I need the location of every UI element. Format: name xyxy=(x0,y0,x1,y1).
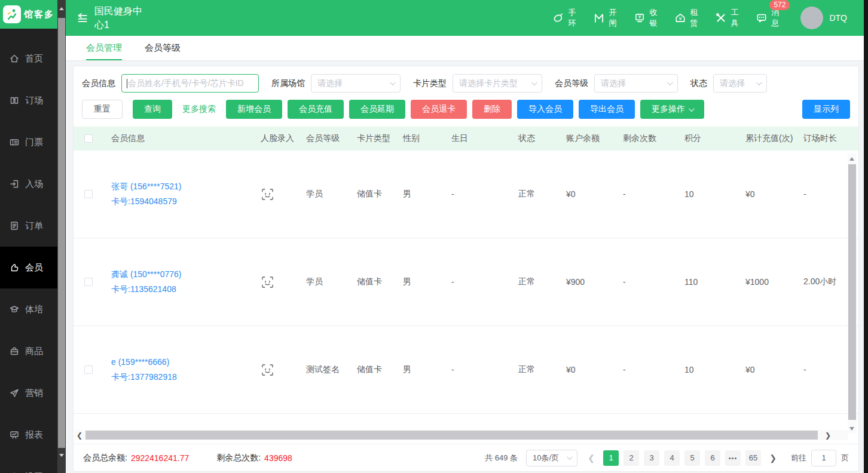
member-level-select[interactable]: 请选择 xyxy=(594,74,678,93)
scroll-up-arrow-icon[interactable] xyxy=(59,7,64,10)
member-card-link[interactable]: 卡号:1377982918 xyxy=(111,373,177,382)
member-card-link[interactable]: 卡号:1135621408 xyxy=(111,285,176,294)
cell-gender: 男 xyxy=(395,364,444,375)
sidebar-item-marketing[interactable]: 营销 xyxy=(0,372,57,414)
table-horizontal-scrollbar[interactable]: ❮ ❯ xyxy=(75,430,848,440)
nav-label: 手环 xyxy=(568,7,577,28)
card-type-select[interactable]: 请选择卡片类型 xyxy=(453,74,542,93)
cell-card-type: 储值卡 xyxy=(349,189,395,199)
total-balance-value: 2922416241.77 xyxy=(131,453,189,463)
collapse-menu-icon[interactable] xyxy=(75,12,88,24)
sidebar-item-training[interactable]: 体培 xyxy=(0,288,57,330)
sidebar-item-home[interactable]: 首页 xyxy=(0,38,57,79)
sidebar-item-member[interactable]: 会员 xyxy=(0,247,57,288)
scroll-left-arrow-icon[interactable]: ❮ xyxy=(75,430,84,440)
sidebar-item-order[interactable]: 订单 xyxy=(0,205,57,247)
goods-icon xyxy=(9,346,20,357)
sidebar-item-ticket[interactable]: 门票 xyxy=(0,121,57,163)
table-scrollbar-thumb[interactable] xyxy=(848,164,856,420)
sidebar-item-entry[interactable]: 入场 xyxy=(0,163,57,205)
horizontal-scrollbar-thumb[interactable] xyxy=(85,431,818,440)
delete-button[interactable]: 删除 xyxy=(472,100,512,119)
row-checkbox[interactable] xyxy=(84,190,93,198)
scroll-up-arrow-icon[interactable] xyxy=(849,157,854,161)
face-scan-icon[interactable] xyxy=(261,188,274,201)
member-card-link[interactable]: 卡号:1594048579 xyxy=(111,197,177,206)
select-all-checkbox[interactable] xyxy=(84,134,93,143)
sidebar-item-report[interactable]: 报表 xyxy=(0,414,57,456)
nav-gate[interactable]: 开闸 xyxy=(593,7,618,28)
goto-page-input[interactable] xyxy=(811,450,836,466)
cell-total-recharge: ¥0 xyxy=(738,189,796,199)
avatar[interactable] xyxy=(800,7,823,29)
col-remaining: 剩余次数 xyxy=(615,133,677,144)
face-scan-icon[interactable] xyxy=(261,275,274,289)
member-name-link[interactable]: 张哥 (156****7521) xyxy=(111,182,182,191)
member-info-input[interactable]: 会员姓名/手机号/卡号/芯片卡ID xyxy=(121,74,259,93)
more-operations-button[interactable]: 更多操作 xyxy=(640,100,704,119)
home-icon xyxy=(9,53,20,64)
sidebar-scrollbar-thumb[interactable] xyxy=(58,18,65,448)
scroll-down-arrow-icon[interactable] xyxy=(59,454,64,457)
status-select[interactable]: 请选择 xyxy=(713,74,767,93)
more-search-button[interactable]: 更多搜索 xyxy=(178,100,221,119)
next-page-button[interactable]: ❯ xyxy=(765,450,781,466)
tab-member-level[interactable]: 会员等级 xyxy=(145,36,181,60)
nav-messages[interactable]: 消息 572 xyxy=(756,7,780,28)
search-button[interactable]: 查询 xyxy=(133,100,172,119)
topbar-nav: 手环 开闸 ¥ 收银 ¥ 租赁 工具 消息 572 xyxy=(552,7,780,28)
user-menu[interactable]: DTQ xyxy=(800,7,847,29)
booking-icon xyxy=(9,95,20,106)
scroll-down-arrow-icon[interactable] xyxy=(849,427,854,431)
tab-member-management[interactable]: 会员管理 xyxy=(86,36,122,60)
sidebar-item-booking[interactable]: 订场 xyxy=(0,79,57,121)
nav-rental[interactable]: ¥ 租赁 xyxy=(674,7,699,28)
scroll-right-arrow-icon[interactable]: ❯ xyxy=(823,430,833,440)
nav-tools[interactable]: 工具 xyxy=(715,7,739,28)
more-pages-ellipsis[interactable]: ••• xyxy=(725,450,741,466)
nav-bracelet[interactable]: 手环 xyxy=(552,7,577,28)
venue-label: 所属场馆 xyxy=(271,78,305,89)
page-button-1[interactable]: 1 xyxy=(603,450,619,466)
bracelet-icon xyxy=(552,12,564,24)
page-button-3[interactable]: 3 xyxy=(644,450,659,466)
sidebar-item-goods[interactable]: 商品 xyxy=(0,330,57,372)
report-icon xyxy=(9,429,20,440)
page-button-5[interactable]: 5 xyxy=(684,450,700,466)
sidebar-scrollbar[interactable] xyxy=(57,0,66,473)
refund-card-button[interactable]: 会员退卡 xyxy=(411,100,467,119)
sidebar-item-label: 设置 xyxy=(25,471,43,473)
member-name-link[interactable]: 龚诚 (150****0776) xyxy=(111,270,182,279)
add-member-button[interactable]: 新增会员 xyxy=(226,100,282,119)
cell-total-recharge: ¥0 xyxy=(738,365,796,374)
reset-button[interactable]: 重置 xyxy=(82,100,123,119)
member-info-placeholder: 会员姓名/手机号/卡号/芯片卡ID xyxy=(128,78,244,89)
prev-page-button[interactable]: ❮ xyxy=(583,450,599,466)
text-cursor xyxy=(127,79,127,88)
row-checkbox[interactable] xyxy=(84,278,93,286)
show-columns-button[interactable]: 显示列 xyxy=(802,100,850,119)
cell-level: 测试签名 xyxy=(298,364,349,375)
brand-logo[interactable]: 馆客多 xyxy=(0,0,57,29)
sidebar-item-settings[interactable]: 设置 xyxy=(0,456,57,473)
col-member-info: 会员信息 xyxy=(103,133,253,144)
import-members-button[interactable]: 导入会员 xyxy=(517,100,573,119)
training-icon xyxy=(9,304,20,315)
col-gender: 性别 xyxy=(395,133,444,144)
page-button-2[interactable]: 2 xyxy=(624,450,639,466)
member-name-link[interactable]: e (159****6666) xyxy=(111,358,169,367)
venue-select[interactable]: 请选择 xyxy=(311,74,401,93)
page-size-select[interactable]: 10条/页 xyxy=(526,450,577,466)
nav-cashier[interactable]: ¥ 收银 xyxy=(634,7,658,28)
export-members-button[interactable]: 导出会员 xyxy=(579,100,635,119)
extend-button[interactable]: 会员延期 xyxy=(349,100,405,119)
page-button-6[interactable]: 6 xyxy=(705,450,720,466)
page-button-4[interactable]: 4 xyxy=(664,450,680,466)
recharge-button[interactable]: 会员充值 xyxy=(288,100,344,119)
row-checkbox[interactable] xyxy=(84,366,93,374)
table-row: 张哥 (156****7521) 卡号:1594048579 学员 储值卡 男 … xyxy=(74,150,858,238)
face-scan-icon[interactable] xyxy=(261,363,274,377)
table-vertical-scrollbar[interactable] xyxy=(848,153,857,433)
runner-logo-icon xyxy=(3,5,21,23)
page-button-last[interactable]: 65 xyxy=(745,450,761,466)
